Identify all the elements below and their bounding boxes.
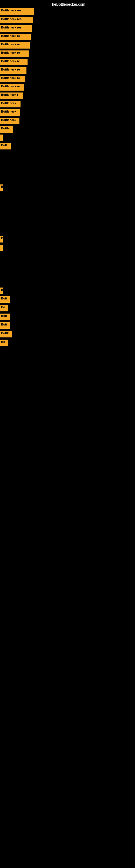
bar-item: Bottle	[0, 331, 12, 337]
bar-item: Bottleneck r	[0, 93, 23, 99]
bar-item: Bottleneck res	[0, 17, 33, 23]
bar-item: Bottleneck res	[0, 25, 32, 32]
bar-item: B	[0, 287, 3, 294]
bar-item: Bott	[0, 322, 10, 329]
bar-item: Bottleneck re	[0, 34, 31, 40]
bar-item: Bottleneck re	[0, 51, 29, 57]
bar-item: Bottleneck re	[0, 84, 24, 91]
bar-item	[0, 134, 3, 141]
bar-item: Bo	[0, 305, 8, 311]
bar-item: B	[0, 184, 3, 191]
bar-item: Bottleneck	[0, 101, 20, 107]
bar-item: Bottle	[0, 126, 13, 133]
bar-item	[0, 245, 3, 251]
bar-item: Bottleneck re	[0, 59, 28, 65]
bar-item: Bottleneck re	[0, 76, 26, 82]
bar-item: B	[0, 236, 3, 243]
bar-item: Bott	[0, 143, 11, 150]
bar-item: Bo	[0, 340, 8, 346]
bar-item: Bottleneck res	[0, 8, 34, 14]
bar-item: Bott	[0, 296, 10, 303]
bar-item: Bottleneck	[0, 118, 19, 124]
bar-item: Bott	[0, 314, 10, 320]
bar-item: Bottleneck	[0, 109, 20, 116]
bar-item: Bottleneck re	[0, 42, 30, 49]
bar-item: Bottleneck re	[0, 67, 27, 74]
